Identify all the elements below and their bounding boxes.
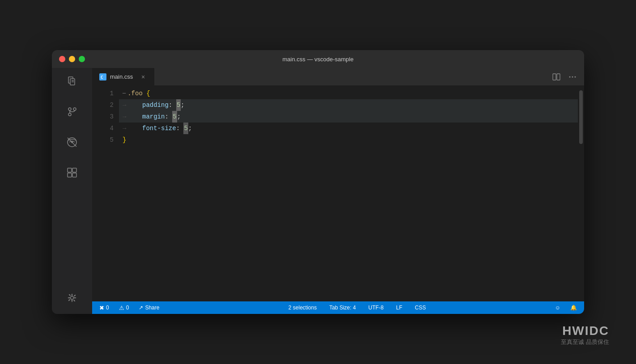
encoding-text: UTF-8 [369,305,384,311]
scrollbar-thumb[interactable] [579,90,583,144]
svg-rect-12 [72,168,76,172]
active-tab[interactable]: C main.css × [92,68,155,85]
share-label: Share [145,305,159,311]
token-margin: margin [142,111,165,123]
encoding-indicator[interactable]: UTF-8 [367,305,386,311]
code-line-1: — .foo { [119,88,578,99]
titlebar: main.css — vscode-sample [52,50,584,68]
tab-bar: C main.css × [92,68,584,86]
status-left: ✖ 0 ⚠ 0 ↗ Share [98,305,161,311]
svg-text:C: C [101,75,103,80]
errors-indicator[interactable]: ✖ 0 [98,305,111,311]
cursor-1: 5 [176,99,181,111]
status-center: 2 selections Tab Size: 4 UTF-8 LF CSS [161,305,553,311]
language-indicator[interactable]: CSS [413,305,428,311]
svg-point-6 [73,108,76,110]
svg-point-20 [569,76,571,77]
line-number-2: 2 [92,99,114,111]
smiley-icon: ☺ [555,305,560,311]
status-bar: ✖ 0 ⚠ 0 ↗ Share [92,301,584,314]
code-line-5: } [119,134,578,146]
close-button[interactable] [59,56,65,62]
svg-rect-19 [557,74,560,80]
activity-bar [52,68,92,314]
window-title: main.css — vscode-sample [283,56,354,63]
minimize-button[interactable] [69,56,75,62]
main-content: C main.css × [52,68,584,314]
vscode-window: main.css — vscode-sample [52,50,584,314]
code-content: — .foo { → padding : 5 ; [119,86,578,301]
line-ending-indicator[interactable]: LF [394,305,404,311]
svg-point-21 [572,76,573,77]
svg-point-4 [68,108,71,110]
code-line-4: → font-size : 5 ; [119,123,578,134]
editor-area: C main.css × [92,68,584,314]
token-selector: .foo [127,88,143,99]
indent-arrow-icon: → [123,99,131,111]
token-open-brace: { [146,88,150,99]
warnings-indicator[interactable]: ⚠ 0 [117,305,131,311]
fold-arrow-icon[interactable]: — [123,88,126,99]
error-icon: ✖ [99,305,104,311]
cursor-2: 5 [172,111,177,123]
line-number-5: 5 [92,134,114,146]
code-editor[interactable]: 1 2 3 4 5 — .foo { [92,86,584,301]
bell-icon: 🔔 [570,305,577,311]
smiley-button[interactable]: ☺ [553,305,562,311]
line-ending-text: LF [396,305,403,311]
share-button[interactable]: ↗ Share [137,305,161,311]
language-text: CSS [415,305,426,311]
line-numbers: 1 2 3 4 5 [92,86,119,301]
svg-rect-14 [72,173,76,177]
warning-icon: ⚠ [119,305,124,311]
tab-size-indicator[interactable]: Tab Size: 4 [327,305,357,311]
svg-rect-13 [68,173,72,177]
svg-rect-11 [68,168,72,172]
bell-button[interactable]: 🔔 [568,305,579,311]
source-control-icon[interactable] [63,103,81,121]
indent-arrow-icon-3: → [123,123,131,134]
svg-point-5 [68,113,71,116]
line-number-1: 1 [92,88,114,99]
tab-size-text: Tab Size: 4 [329,305,356,311]
code-line-3: → margin : 5 ; [119,111,578,123]
branding: HWIDC 至真至诚 品质保住 [561,324,609,346]
code-line-2: → padding : 5 ; [119,99,578,111]
selections-text: 2 selections [288,305,317,311]
svg-point-15 [71,296,74,300]
more-actions-button[interactable] [566,71,579,83]
settings-icon[interactable] [63,289,81,307]
status-right: ☺ 🔔 [553,305,579,311]
branding-subtitle: 至真至诚 品质保住 [561,338,609,346]
token-padding: padding [142,99,169,111]
selections-indicator[interactable]: 2 selections [287,305,318,311]
svg-point-10 [71,141,73,143]
window-controls [59,56,85,62]
editor-scrollbar[interactable] [578,86,584,301]
warning-count: 0 [126,305,129,311]
line-number-4: 4 [92,123,114,134]
indent-arrow-icon-2: → [123,111,131,123]
maximize-button[interactable] [79,56,85,62]
tab-bar-actions [550,68,584,85]
error-count: 0 [106,305,109,311]
share-icon: ↗ [139,305,143,311]
split-editor-button[interactable] [550,71,563,83]
tab-close-button[interactable]: × [139,73,147,81]
token-font-size: font-size [142,123,176,134]
svg-rect-18 [553,74,556,80]
extensions-icon[interactable] [63,164,81,182]
files-icon[interactable] [63,72,81,90]
token-close-brace: } [123,134,126,146]
cursor-3: 5 [183,123,188,134]
no-wifi-icon[interactable] [63,133,81,151]
svg-point-22 [575,76,576,77]
tab-filename: main.css [110,73,136,80]
branding-title: HWIDC [561,324,609,338]
line-number-3: 3 [92,111,114,123]
tab-file-icon: C [99,73,106,80]
